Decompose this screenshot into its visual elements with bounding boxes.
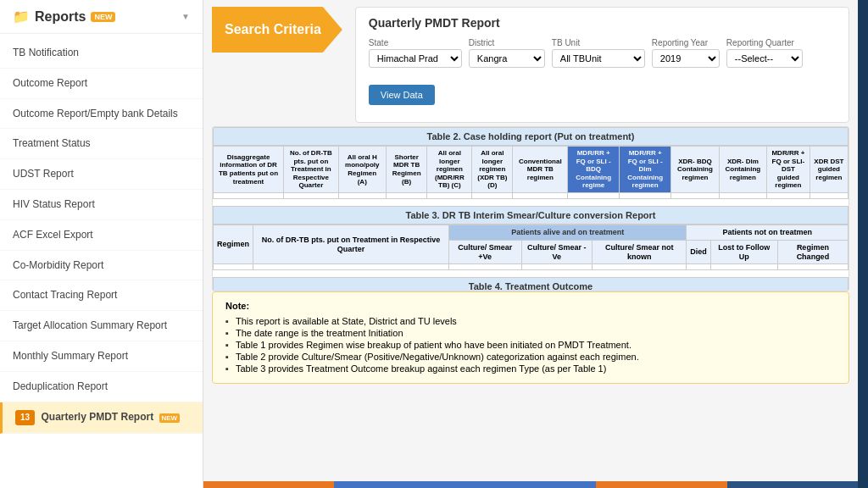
table2-row-cell xyxy=(284,192,339,198)
table2-col-xdr-dlm: XDR- Dlm Containing regimen xyxy=(719,147,766,193)
table2-row-cell xyxy=(620,192,671,198)
sidebar-item-acf-excel[interactable]: ACF Excel Export xyxy=(0,220,203,251)
table2-title: Table 2. Case holding report (Put on tre… xyxy=(213,127,849,146)
table3-title: Table 3. DR TB Interim Smear/Culture con… xyxy=(213,206,849,225)
table3-row-cell xyxy=(521,264,593,270)
sidebar-item-label: Target Allocation Summary Report xyxy=(13,319,167,331)
sidebar-item-contact-tracing[interactable]: Contact Tracing Report xyxy=(0,280,203,311)
sidebar-item-treatment-status[interactable]: Treatment Status xyxy=(0,129,203,159)
table2-row-cell xyxy=(513,192,568,198)
table4-section: Table 4. Treatment Outcome Regimen No. o… xyxy=(213,277,849,291)
quarter-group: Reporting Quarter --Select-- xyxy=(726,38,803,68)
sidebar-item-label: Monthly Summary Report xyxy=(13,350,128,362)
table3-col-died: Died xyxy=(687,240,711,264)
table2-row-cell xyxy=(810,192,848,198)
search-criteria-label: Search Criteria xyxy=(225,22,321,37)
table2-col-oral-longer-c: All oral longer regimen (MDR/RR TB) (C) xyxy=(427,147,472,193)
sidebar-item-target-allocation[interactable]: Target Allocation Summary Report xyxy=(0,311,203,341)
table2-row-cell xyxy=(214,192,284,198)
table2-row-cell xyxy=(568,192,620,198)
sidebar-item-label: Outcome Report/Empty bank Details xyxy=(13,108,178,119)
year-select[interactable]: 2019 xyxy=(652,49,720,68)
bottom-bar-orange xyxy=(203,481,334,488)
search-form: State Himachal Prad District Kangra TB U… xyxy=(369,38,836,105)
sidebar-item-monthly-summary[interactable]: Monthly Summary Report xyxy=(0,341,203,372)
note-item-5: Table 3 provides Treatment Outcome break… xyxy=(225,363,836,374)
table3-row-cell xyxy=(687,264,711,270)
note-item-3: Table 1 provides Regimen wise breakup of… xyxy=(225,339,836,351)
table2-section: Table 2. Case holding report (Put on tre… xyxy=(213,127,849,199)
sidebar-item-outcome-empty[interactable]: Outcome Report/Empty bank Details xyxy=(0,99,203,130)
report-title: Quarterly PMDT Report xyxy=(369,16,836,30)
table2-row-cell xyxy=(338,192,386,198)
table3-row-cell xyxy=(253,264,449,270)
reports-new-badge: NEW xyxy=(91,12,115,22)
state-group: State Himachal Prad xyxy=(369,38,462,68)
table2-col-oral-h: All oral H mono/poly Regimen (A) xyxy=(338,147,386,193)
sidebar-item-label: UDST Report xyxy=(13,168,74,180)
tbunit-label: TB Unit xyxy=(552,38,645,47)
year-label: Reporting Year xyxy=(652,38,720,47)
sidebar-item-quarterly-pmdt[interactable]: 13 Quarterly PMDT Report NEW xyxy=(0,402,203,434)
table3-row-cell xyxy=(214,264,253,270)
search-criteria-arrow: Search Criteria xyxy=(212,7,342,53)
table3-row-cell xyxy=(448,264,521,270)
main-content: Search Criteria Quarterly PMDT Report St… xyxy=(203,0,858,488)
table2-col-oral-longer-d: All oral longer regimen (XDR TB) (D) xyxy=(472,147,513,193)
year-group: Reporting Year 2019 xyxy=(652,38,720,68)
state-select[interactable]: Himachal Prad xyxy=(369,49,462,68)
table2-row-cell xyxy=(472,192,513,198)
sidebar-item-outcome-report[interactable]: Outcome Report xyxy=(0,69,203,99)
view-data-button[interactable]: View Data xyxy=(369,85,435,105)
note-section: Note: This report is available at State,… xyxy=(212,291,849,384)
table2-col-shorter: Shorter MDR TB Regimen (B) xyxy=(386,147,427,193)
quarter-select[interactable]: --Select-- xyxy=(726,49,803,68)
table3-row-cell xyxy=(710,264,777,270)
table4-title: Table 4. Treatment Outcome xyxy=(213,277,849,291)
sidebar-header: 📁 Reports NEW ▼ xyxy=(0,0,203,34)
bottom-bar-darkblue xyxy=(727,481,858,488)
sidebar-item-comorbidity[interactable]: Co-Morbidity Report xyxy=(0,251,203,281)
sidebar-item-deduplication[interactable]: Deduplication Report xyxy=(0,372,203,402)
note-item-4: Table 2 provide Culture/Smear (Positive/… xyxy=(225,351,836,363)
bottom-bar xyxy=(203,481,858,488)
district-select[interactable]: Kangra xyxy=(469,49,545,68)
table3-col-regimen: Regimen xyxy=(214,225,253,263)
table2-col-mdr-dlm: MDR/RR + FQ or SLI - Dlm Containing regi… xyxy=(620,147,671,193)
table2-row-cell xyxy=(719,192,766,198)
sidebar-item-hiv-status[interactable]: HIV Status Report xyxy=(0,190,203,220)
table2-col-mdr-bdq: MDR/RR + FQ or SLI - BDQ Containing regi… xyxy=(568,147,620,193)
sidebar-item-label: ACF Excel Export xyxy=(13,229,93,241)
note-title: Note: xyxy=(225,301,836,311)
table3-patients-on-treatment: Patients alive and on treatment xyxy=(448,225,686,240)
sidebar-item-number: 13 xyxy=(15,410,35,425)
table2-row-cell xyxy=(386,192,427,198)
bottom-bar-orange2 xyxy=(596,481,726,488)
right-panel xyxy=(858,0,868,488)
sidebar-item-label: Contact Tracing Report xyxy=(13,289,117,301)
sidebar-navigation: TB Notification Outcome Report Outcome R… xyxy=(0,34,203,488)
table2-row-cell xyxy=(767,192,810,198)
table2-row-cell xyxy=(671,192,720,198)
district-label: District xyxy=(469,38,545,47)
note-item-1: This report is available at State, Distr… xyxy=(225,315,836,327)
table2-col-mdr-dst: MDR/RR + FQ or SLI- DST guided regimen xyxy=(767,147,810,193)
sidebar-item-label: HIV Status Report xyxy=(13,198,95,210)
state-label: State xyxy=(369,38,462,47)
bottom-bar-blue xyxy=(334,481,596,488)
sidebar-item-tb-notification[interactable]: TB Notification xyxy=(0,38,203,69)
sidebar-item-label: Deduplication Report xyxy=(13,380,108,392)
tbunit-select[interactable]: All TBUnit xyxy=(552,49,645,68)
table3-patients-not-on-treatment: Patients not on treatmen xyxy=(687,225,849,240)
table2-col-xdr-bdq: XDR- BDQ Containing regimen xyxy=(671,147,720,193)
sidebar-item-label: Outcome Report xyxy=(13,77,87,89)
note-item-2: The date range is the treatment Initiati… xyxy=(225,327,836,339)
table3-row-cell xyxy=(777,264,848,270)
sidebar-header-left: 📁 Reports NEW xyxy=(13,8,115,25)
sidebar-item-udst[interactable]: UDST Report xyxy=(0,159,203,190)
table3-col-regimen-changed: Regimen Changed xyxy=(777,240,848,264)
table3-row-cell xyxy=(593,264,687,270)
table2-col-disaggregate: Disaggregate information of DR TB patien… xyxy=(214,147,284,193)
table3-col-culture-pos: Culture/ Smear +Ve xyxy=(448,240,521,264)
table2-row-cell xyxy=(427,192,472,198)
